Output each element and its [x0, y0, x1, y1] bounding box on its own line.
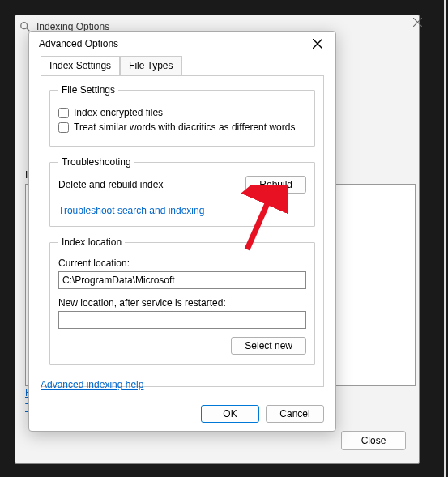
outer-partial-label: I	[25, 169, 28, 181]
troubleshooting-legend: Troubleshooting	[58, 156, 134, 168]
tab-strip: Index Settings File Types	[29, 56, 335, 76]
tab-file-types[interactable]: File Types	[120, 56, 181, 75]
index-location-legend: Index location	[58, 236, 125, 248]
index-encrypted-label: Index encrypted files	[74, 107, 163, 118]
current-location-label: Current location:	[58, 258, 306, 269]
diacritics-checkbox[interactable]	[58, 122, 69, 133]
cancel-button[interactable]: Cancel	[266, 405, 324, 423]
dialog-footer: Advanced indexing help OK Cancel	[41, 379, 324, 423]
troubleshoot-link[interactable]: Troubleshoot search and indexing	[58, 205, 204, 216]
svg-point-0	[21, 23, 28, 29]
new-location-label: New location, after service is restarted…	[58, 297, 306, 309]
tab-index-settings[interactable]: Index Settings	[41, 56, 120, 75]
index-encrypted-checkbox[interactable]	[58, 108, 69, 118]
new-location-input[interactable]	[58, 311, 306, 329]
index-location-group: Index location Current location: New loc…	[49, 236, 315, 365]
file-settings-legend: File Settings	[58, 84, 118, 96]
delete-rebuild-label: Delete and rebuild index	[58, 179, 163, 190]
ok-button[interactable]: OK	[201, 405, 259, 423]
close-icon[interactable]	[306, 34, 329, 53]
file-settings-group: File Settings Index encrypted files Trea…	[49, 84, 315, 147]
diacritics-label: Treat similar words with diacritics as d…	[74, 121, 295, 133]
current-location-input[interactable]	[58, 271, 306, 289]
select-new-button[interactable]: Select new	[231, 337, 306, 355]
tab-panel: File Settings Index encrypted files Trea…	[41, 75, 324, 387]
dialog-title: Advanced Options	[39, 38, 306, 49]
rebuild-button[interactable]: Rebuild	[245, 176, 306, 194]
outer-close-button[interactable]: Close	[341, 431, 406, 450]
outer-close-icon[interactable]	[403, 11, 432, 33]
troubleshooting-group: Troubleshooting Delete and rebuild index…	[49, 156, 315, 227]
advanced-help-link[interactable]: Advanced indexing help	[41, 379, 324, 390]
scrollbar-track	[444, 0, 446, 477]
dialog-titlebar: Advanced Options	[29, 32, 335, 56]
advanced-options-dialog: Advanced Options Index Settings File Typ…	[28, 31, 336, 432]
